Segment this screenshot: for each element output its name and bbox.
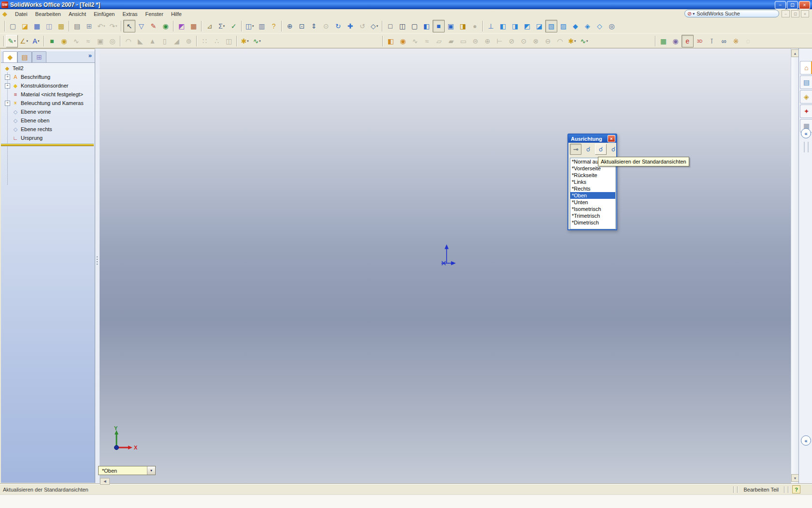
tree-item[interactable]: ∟Ursprung bbox=[1, 134, 95, 142]
scroll-left-button[interactable]: ◀ bbox=[100, 478, 110, 485]
search-caret-icon[interactable]: ▾ bbox=[693, 12, 695, 16]
featuremanager-tab-button[interactable]: ◆ bbox=[3, 51, 17, 62]
menu-item[interactable]: Fenster bbox=[142, 10, 167, 18]
menu-item[interactable]: Extras bbox=[118, 10, 141, 18]
edit-color-button[interactable]: ◩ bbox=[175, 20, 188, 32]
collapse-task-pane-button[interactable]: « bbox=[801, 128, 811, 138]
extruded-boss-button[interactable]: ■ bbox=[46, 35, 58, 47]
view-orientation-combo[interactable]: *Oben ▾ bbox=[98, 466, 156, 475]
scroll-up-button[interactable]: ▲ bbox=[791, 49, 799, 57]
save-button[interactable]: ▦ bbox=[31, 20, 43, 32]
menu-item[interactable]: Bearbeiten bbox=[31, 10, 65, 18]
propertymanager-tab-button[interactable]: ▤ bbox=[17, 51, 32, 62]
animator-button[interactable]: ◉ bbox=[669, 35, 682, 47]
rotate-view-button[interactable]: ↻ bbox=[332, 20, 344, 32]
featureworks-button[interactable]: ※ bbox=[730, 35, 742, 47]
close-button[interactable]: × bbox=[799, 1, 810, 9]
menu-item[interactable]: Einfügen bbox=[90, 10, 118, 18]
view-selector-button[interactable]: ◎ bbox=[606, 20, 618, 32]
menu-item[interactable]: Ansicht bbox=[65, 10, 90, 18]
select-button[interactable]: ↖ bbox=[123, 20, 135, 32]
tree-item-root[interactable]: ◆ Teil2 bbox=[1, 64, 95, 73]
normal-to-button[interactable]: ⊥ bbox=[485, 20, 497, 32]
tree-item[interactable]: +☀Beleuchtung und Kameras bbox=[1, 99, 95, 107]
expand-toggle[interactable]: + bbox=[5, 101, 10, 106]
smart-dimension-button[interactable]: ∠▾ bbox=[18, 35, 30, 47]
home-tab-button[interactable]: ⌂ bbox=[800, 61, 812, 75]
menu-item[interactable]: Hilfe bbox=[167, 10, 186, 18]
hidden-lines-visible-button[interactable]: ◫ bbox=[396, 20, 408, 32]
menu-item[interactable]: Datei bbox=[11, 10, 31, 18]
tree-item[interactable]: ◇Ebene oben bbox=[1, 116, 95, 125]
reference-geometry-button[interactable]: ✱▾ bbox=[239, 35, 251, 47]
expand-toggle[interactable]: + bbox=[5, 83, 10, 89]
isometric-view-button[interactable]: ◆ bbox=[569, 20, 581, 32]
dialog-close-button[interactable]: × bbox=[608, 135, 615, 142]
revolved-surface-button[interactable]: ◉ bbox=[397, 35, 409, 47]
rollback-bar[interactable] bbox=[1, 144, 94, 146]
dimetric-view-button[interactable]: ◇ bbox=[594, 20, 606, 32]
reset-standard-views-button[interactable]: ☌ bbox=[608, 144, 619, 155]
shaded-button[interactable]: ■ bbox=[433, 20, 445, 32]
section-view-button[interactable]: ◫▾ bbox=[244, 20, 256, 32]
check-button[interactable]: ✓ bbox=[228, 20, 240, 32]
edrawings-button[interactable]: e bbox=[682, 35, 694, 47]
new-view-button[interactable]: ☌ bbox=[582, 144, 594, 155]
print-preview-button[interactable]: ⊞ bbox=[83, 20, 95, 32]
combo-dropdown-button[interactable]: ▾ bbox=[147, 466, 155, 475]
selection-filter-button[interactable]: ▽ bbox=[135, 20, 147, 32]
shadows-in-shaded-mode-button[interactable]: ▣ bbox=[445, 20, 457, 32]
resources-tab-button[interactable]: ▤ bbox=[800, 75, 812, 89]
display-pane-button[interactable]: ▥ bbox=[256, 20, 268, 32]
orientation-item[interactable]: *Trimetrisch bbox=[570, 212, 615, 219]
make-assembly-from-part-button[interactable]: ▩ bbox=[55, 20, 67, 32]
orientation-item[interactable]: *Isometrisch bbox=[570, 206, 615, 212]
configurationmanager-tab-button[interactable]: ⊞ bbox=[32, 51, 46, 62]
pin-button[interactable]: ⊸ bbox=[570, 144, 581, 155]
tree-item[interactable]: +◆Konstruktionsordner bbox=[1, 81, 95, 90]
make-drawing-from-part-button[interactable]: ◫ bbox=[43, 20, 55, 32]
bottom-view-button[interactable]: ▨ bbox=[557, 20, 569, 32]
tree-item[interactable]: +ABeschriftung bbox=[1, 73, 95, 81]
chevron-expand-icon[interactable]: » bbox=[88, 52, 92, 59]
design-checker-button[interactable]: ∞ bbox=[718, 35, 730, 47]
update-standard-views-button[interactable]: ☌ bbox=[595, 144, 607, 155]
search-input[interactable]: SolidWorks Suche bbox=[696, 11, 740, 16]
rebuild-button[interactable]: ◉ bbox=[160, 20, 172, 32]
hidden-lines-removed-button[interactable]: ▢ bbox=[408, 20, 420, 32]
file-explorer-tab-button[interactable]: ✦ bbox=[800, 105, 812, 118]
orientation-item[interactable]: *Rückseite bbox=[570, 172, 615, 179]
shaded-with-edges-button[interactable]: ◧ bbox=[420, 20, 433, 32]
back-view-button[interactable]: ◨ bbox=[509, 20, 521, 32]
zoom-in-out-button[interactable]: ⇕ bbox=[308, 20, 320, 32]
curves-button[interactable]: ∿▾ bbox=[578, 35, 590, 47]
vertical-scrollbar[interactable]: ▲ ▼ bbox=[791, 48, 799, 484]
pan-button[interactable]: ✚ bbox=[344, 20, 356, 32]
zoom-to-fit-button[interactable]: ⊕ bbox=[284, 20, 296, 32]
tree-item[interactable]: ◇Ebene vorne bbox=[1, 107, 95, 116]
tree-item[interactable]: ≡Material <nicht festgelegt> bbox=[1, 90, 95, 99]
annotation-button[interactable]: A▾ bbox=[30, 35, 42, 47]
quick-tips-button[interactable]: ? bbox=[792, 485, 800, 493]
measure-button[interactable]: ⊿ bbox=[203, 20, 216, 32]
help-button[interactable]: ? bbox=[268, 20, 280, 32]
orientation-item[interactable]: *Oben bbox=[570, 192, 615, 199]
right-view-button[interactable]: ◪ bbox=[533, 20, 545, 32]
orientation-item[interactable]: *Links bbox=[570, 179, 615, 185]
collapse-pane-bottom-button[interactable]: « bbox=[801, 435, 811, 446]
section-view-display-button[interactable]: ◨ bbox=[457, 20, 469, 32]
trimetric-view-button[interactable]: ◈ bbox=[581, 20, 594, 32]
tree-item[interactable]: ◇Ebene rechts bbox=[1, 125, 95, 134]
mass-properties-button[interactable]: Σ▾ bbox=[216, 20, 228, 32]
extruded-surface-button[interactable]: ◧ bbox=[385, 35, 397, 47]
restore-button[interactable]: ⊡ bbox=[787, 1, 798, 9]
new-document-button[interactable]: ▢ bbox=[7, 20, 19, 32]
apply-texture-button[interactable]: ▦ bbox=[188, 20, 200, 32]
orientation-item[interactable]: *Dimetrisch bbox=[570, 219, 615, 226]
open-document-button[interactable]: ◪ bbox=[19, 20, 31, 32]
expand-toggle[interactable]: + bbox=[5, 75, 10, 80]
top-view-button[interactable]: ▧ bbox=[545, 20, 557, 32]
orientation-dialog-titlebar[interactable]: Ausrichtung × bbox=[568, 134, 616, 143]
toolbox-button[interactable]: ⊺ bbox=[706, 35, 718, 47]
orientation-item[interactable]: *Rechts bbox=[570, 185, 615, 192]
